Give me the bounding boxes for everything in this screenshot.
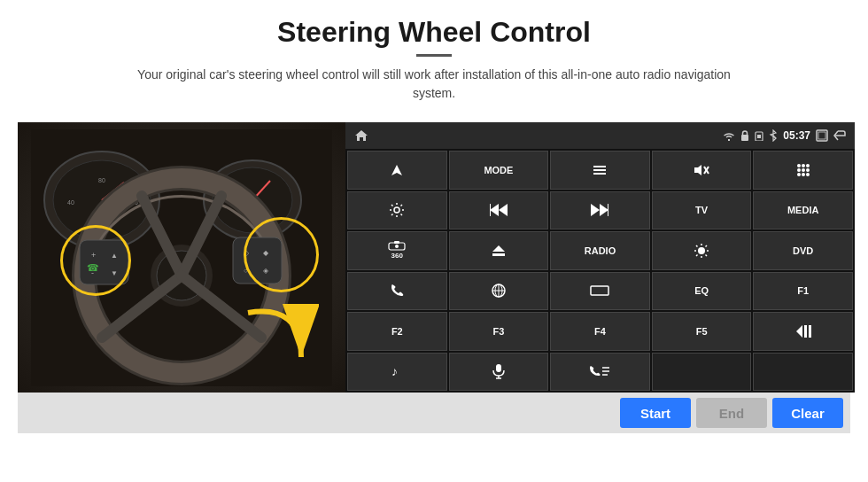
svg-marker-55 (600, 204, 608, 216)
svg-point-62 (698, 247, 705, 254)
svg-point-41 (797, 164, 801, 167)
title-divider (416, 54, 452, 57)
btn-nav[interactable] (347, 151, 447, 190)
btn-media[interactable]: MEDIA (753, 191, 853, 230)
btn-browse[interactable] (449, 272, 549, 311)
svg-rect-77 (804, 325, 807, 338)
status-time: 05:37 (783, 129, 810, 142)
page-subtitle: Your original car's steering wheel contr… (124, 66, 744, 103)
btn-tv[interactable]: TV (652, 191, 752, 230)
btn-eject[interactable] (449, 231, 549, 270)
btn-screen[interactable] (550, 272, 650, 311)
yellow-arrow (230, 295, 319, 375)
btn-empty1 (652, 353, 752, 392)
btn-prev[interactable] (449, 191, 549, 230)
svg-marker-54 (591, 204, 600, 216)
svg-rect-80 (496, 364, 501, 372)
svg-point-58 (395, 245, 399, 248)
bluetooth-icon (769, 129, 778, 142)
content-row: 80 120 40 (18, 122, 850, 393)
btn-playpause[interactable] (753, 312, 853, 351)
btn-f2[interactable]: F2 (347, 312, 447, 351)
btn-f3[interactable]: F3 (449, 312, 549, 351)
svg-text:80: 80 (98, 177, 105, 183)
clear-button[interactable]: Clear (772, 398, 843, 428)
svg-point-49 (806, 173, 810, 176)
svg-text:♪: ♪ (391, 364, 398, 378)
btn-apps[interactable] (753, 151, 853, 190)
svg-rect-61 (492, 253, 505, 256)
status-left (354, 129, 368, 142)
btn-empty2 (753, 353, 853, 392)
btn-radio[interactable]: RADIO (550, 231, 650, 270)
svg-point-47 (797, 173, 801, 176)
status-bar: 05:37 (345, 122, 855, 149)
btn-eq[interactable]: EQ (652, 272, 752, 311)
svg-point-43 (806, 164, 810, 167)
svg-point-48 (802, 173, 805, 176)
fullscreen-icon (816, 129, 828, 142)
btn-next[interactable] (550, 191, 650, 230)
btn-phone[interactable] (347, 272, 447, 311)
sim-icon (755, 130, 763, 141)
svg-rect-28 (741, 135, 748, 141)
svg-rect-59 (394, 241, 399, 244)
svg-line-70 (696, 254, 698, 256)
page-title: Steering Wheel Control (124, 16, 744, 49)
btn-settings[interactable] (347, 191, 447, 230)
svg-marker-26 (355, 130, 368, 141)
btn-360[interactable]: 360 (347, 231, 447, 270)
end-button[interactable]: End (696, 398, 767, 428)
wifi-icon (723, 131, 735, 141)
lock-icon (740, 130, 749, 141)
svg-line-69 (706, 245, 708, 247)
buttons-grid: MODE (345, 149, 855, 393)
svg-marker-60 (492, 245, 505, 252)
svg-text:40: 40 (67, 199, 74, 206)
home-icon (354, 129, 368, 142)
start-button[interactable]: Start (620, 398, 691, 428)
svg-rect-30 (757, 135, 761, 138)
btn-dvd[interactable]: DVD (753, 231, 853, 270)
btn-f5[interactable]: F5 (652, 312, 752, 351)
btn-brightness[interactable] (652, 231, 752, 270)
btn-menu[interactable] (550, 151, 650, 190)
svg-rect-78 (809, 325, 811, 338)
btn-phonecall[interactable] (550, 353, 650, 392)
svg-marker-34 (391, 165, 402, 175)
svg-line-67 (696, 245, 698, 247)
btn-f1[interactable]: F1 (753, 272, 853, 311)
btn-mic[interactable] (449, 353, 549, 392)
svg-rect-75 (591, 286, 608, 295)
svg-marker-76 (796, 325, 802, 338)
svg-rect-33 (818, 132, 825, 139)
svg-point-46 (806, 168, 810, 172)
back-icon (833, 130, 846, 141)
btn-f4[interactable]: F4 (550, 312, 650, 351)
android-panel: 05:37 (345, 122, 855, 393)
svg-point-42 (802, 164, 805, 167)
btn-mute[interactable] (652, 151, 752, 190)
title-section: Steering Wheel Control Your original car… (124, 16, 744, 115)
bottom-bar: Start End Clear (18, 393, 850, 433)
steering-wheel-image: 80 120 40 (18, 122, 345, 393)
svg-point-27 (728, 139, 730, 141)
highlight-circle-right (244, 217, 319, 292)
svg-line-68 (706, 254, 708, 256)
btn-music[interactable]: ♪ (347, 353, 447, 392)
btn-mode[interactable]: MODE (449, 151, 549, 190)
svg-point-45 (802, 168, 805, 172)
status-right: 05:37 (723, 129, 846, 142)
svg-marker-38 (694, 165, 701, 175)
svg-marker-51 (499, 204, 508, 216)
svg-marker-52 (490, 204, 499, 216)
svg-point-44 (797, 168, 801, 172)
svg-point-50 (394, 207, 399, 213)
highlight-circle-left (60, 225, 131, 296)
